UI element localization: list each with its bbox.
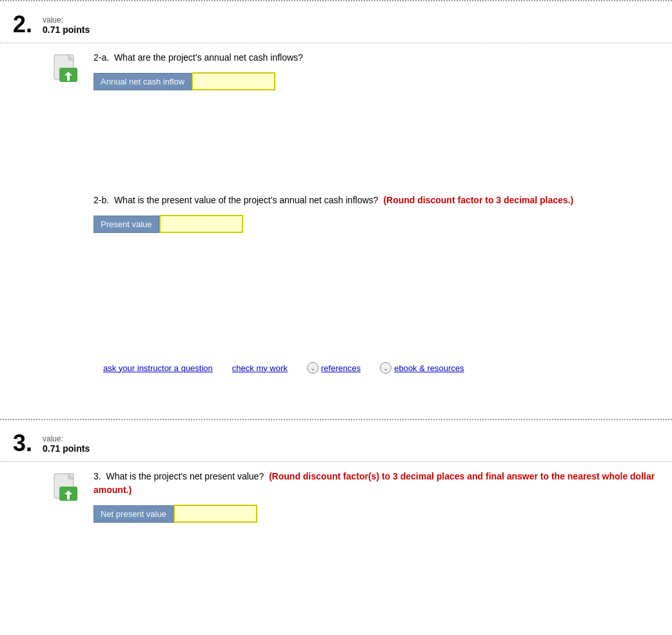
- question-2-icon-col: [52, 51, 87, 85]
- net-present-value-label: Net present value: [94, 505, 173, 523]
- document-icon: [52, 54, 81, 83]
- sub-question-2b-highlight: (Round discount factor to 3 decimal plac…: [383, 195, 573, 205]
- sub-question-2a-label: 2-a.: [94, 52, 109, 63]
- net-present-value-input[interactable]: [173, 505, 257, 523]
- sub-question-2b-label: 2-b.: [94, 195, 109, 205]
- question-3-content: 3. What is the project's net present val…: [0, 461, 672, 536]
- question-2-icon-layout: 2-a. What are the project's annual net c…: [52, 51, 659, 246]
- sub-question-2b-text: 2-b. What is the present value of the pr…: [94, 194, 659, 207]
- ebook-link-wrapper: ⌄ ebook & resources: [380, 362, 464, 374]
- references-link[interactable]: references: [321, 363, 361, 373]
- sub-question-3: 3. What is the project's net present val…: [94, 470, 659, 523]
- sub-question-3-label: 3.: [94, 471, 101, 481]
- question-3-sub-parts: 3. What is the project's net present val…: [94, 470, 659, 536]
- question-3-icon-col: [52, 470, 87, 504]
- question-2-footer: ask your instructor a question check my …: [52, 349, 659, 387]
- references-chevron-icon[interactable]: ⌄: [307, 362, 319, 374]
- references-link-wrapper: ⌄ references: [307, 362, 361, 374]
- sub-question-2a-input-row: Annual net cash inflow: [94, 72, 659, 90]
- question-3-header: 3. value: 0.71 points: [0, 427, 672, 458]
- sub-question-2a-text: 2-a. What are the project's annual net c…: [94, 51, 659, 65]
- present-value-input[interactable]: [159, 215, 243, 233]
- question-2-sub-parts: 2-a. What are the project's annual net c…: [94, 51, 659, 246]
- sub-question-3-text: 3. What is the project's net present val…: [94, 470, 659, 497]
- sub-question-3-input-row: Net present value: [94, 505, 659, 523]
- question-3-value-info: value: 0.71 points: [43, 432, 90, 454]
- question-2: 2. value: 0.71 points: [0, 0, 672, 399]
- document-icon-3: [52, 472, 81, 502]
- question-2-content: 2-a. What are the project's annual net c…: [0, 43, 672, 387]
- question-2-header: 2. value: 0.71 points: [0, 8, 672, 39]
- annual-net-cash-inflow-label: Annual net cash inflow: [94, 73, 192, 90]
- question-3-value-label: value:: [43, 434, 90, 443]
- question-3: 3. value: 0.71 points 3.: [0, 419, 672, 549]
- check-my-work-link[interactable]: check my work: [232, 363, 288, 373]
- present-value-label: Present value: [94, 216, 159, 233]
- ebook-chevron-icon[interactable]: ⌄: [380, 362, 391, 374]
- sub-question-2b: 2-b. What is the present value of the pr…: [94, 194, 659, 233]
- question-3-number: 3.: [13, 432, 32, 455]
- question-2-value-info: value: 0.71 points: [43, 13, 90, 35]
- annual-net-cash-inflow-input[interactable]: [192, 72, 275, 90]
- question-2-points: 0.71 points: [43, 25, 90, 35]
- question-3-points: 0.71 points: [43, 443, 90, 454]
- question-2-number: 2.: [13, 13, 32, 36]
- ebook-link[interactable]: ebook & resources: [394, 363, 464, 373]
- sub-question-3-question: What is the project's net present value?: [106, 471, 264, 481]
- sub-question-2b-question: What is the present value of the project…: [114, 195, 379, 205]
- ask-instructor-link[interactable]: ask your instructor a question: [103, 363, 213, 373]
- sub-question-2a-question: What are the project's annual net cash i…: [114, 52, 303, 63]
- sub-question-2a: 2-a. What are the project's annual net c…: [94, 51, 659, 90]
- question-3-icon-layout: 3. What is the project's net present val…: [52, 470, 659, 536]
- question-2-value-label: value:: [43, 15, 90, 25]
- sub-question-2b-input-row: Present value: [94, 215, 659, 233]
